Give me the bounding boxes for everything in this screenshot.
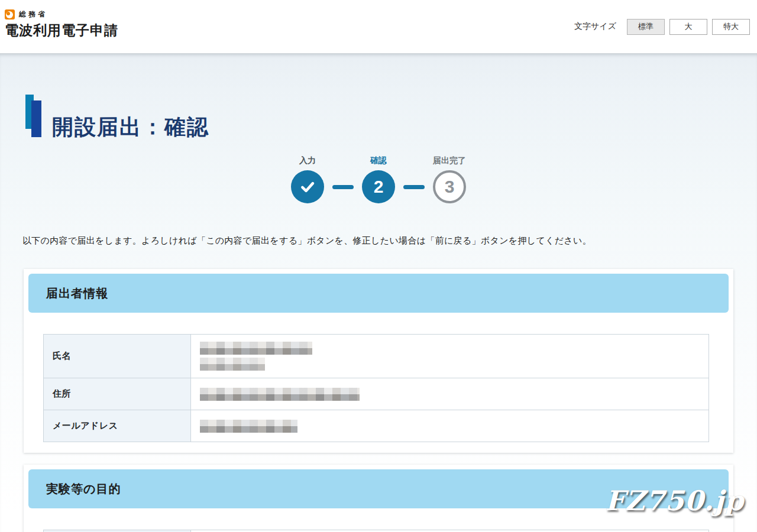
experiment-purpose-table [43,530,709,532]
row-label: 氏名 [44,335,191,378]
section-header: 届出者情報 [28,274,729,313]
step-circle-current: 2 [362,170,395,203]
check-icon [298,177,317,196]
instruction-text: 以下の内容で届出をします。よろしければ「この内容で届出をする」ボタンを、修正した… [22,235,757,246]
row-value [191,410,709,442]
step-circle-done [291,170,324,203]
section-card-applicant-info: 届出者情報 氏名 住所 メールアドレス [24,269,733,453]
site-title: 電波利用電子申請 [5,21,118,40]
row-value [191,378,709,410]
redacted-value [200,342,312,355]
step-complete: 届出完了 3 [433,154,466,203]
brand-block[interactable]: 総務省 電波利用電子申請 [0,0,118,53]
row-value [191,530,709,532]
section-title: 届出者情報 [46,286,108,301]
table-row [44,530,709,532]
redacted-value [200,420,297,433]
row-label: 住所 [44,378,191,410]
font-size-button-standard[interactable]: 標準 [627,19,665,35]
applicant-info-table: 氏名 住所 メールアドレス [43,334,709,442]
mic-ministry-logo-icon [5,9,15,20]
step-confirm: 確認 2 [362,154,395,203]
watermark: FZ750.jp [605,485,744,517]
step-label: 入力 [299,154,316,166]
table-row: メールアドレス [44,410,709,442]
redacted-value [200,388,360,401]
step-number: 2 [374,177,384,197]
step-circle-todo: 3 [433,170,466,203]
redacted-value [200,358,265,371]
page-title-block: 開設届出：確認 [25,54,757,137]
row-label: メールアドレス [44,410,191,442]
page-title: 開設届出：確認 [52,113,209,142]
row-value [191,335,709,378]
main-content: 開設届出：確認 入力 確認 2 届出完了 3 以下の内容で届出をします。よろしけ… [0,54,757,532]
table-row: 氏名 [44,335,709,378]
font-size-button-large[interactable]: 大 [669,19,707,35]
stepper-connector [403,185,425,189]
site-header: 総務省 電波利用電子申請 文字サイズ 標準 大 特大 [0,0,757,54]
font-size-label: 文字サイズ [574,21,616,32]
row-label [44,530,191,532]
step-number: 3 [445,177,455,197]
step-input: 入力 [291,154,324,203]
step-label: 確認 [370,154,387,166]
step-label: 届出完了 [433,154,466,166]
progress-stepper: 入力 確認 2 届出完了 3 [0,154,757,203]
font-size-controls: 文字サイズ 標準 大 特大 [574,0,757,53]
agency-name: 総務省 [19,9,47,20]
section-title: 実験等の目的 [46,481,121,497]
font-size-button-xlarge[interactable]: 特大 [712,19,750,35]
stepper-connector [332,185,354,189]
table-row: 住所 [44,378,709,410]
title-accent-bar-dark [31,100,41,137]
